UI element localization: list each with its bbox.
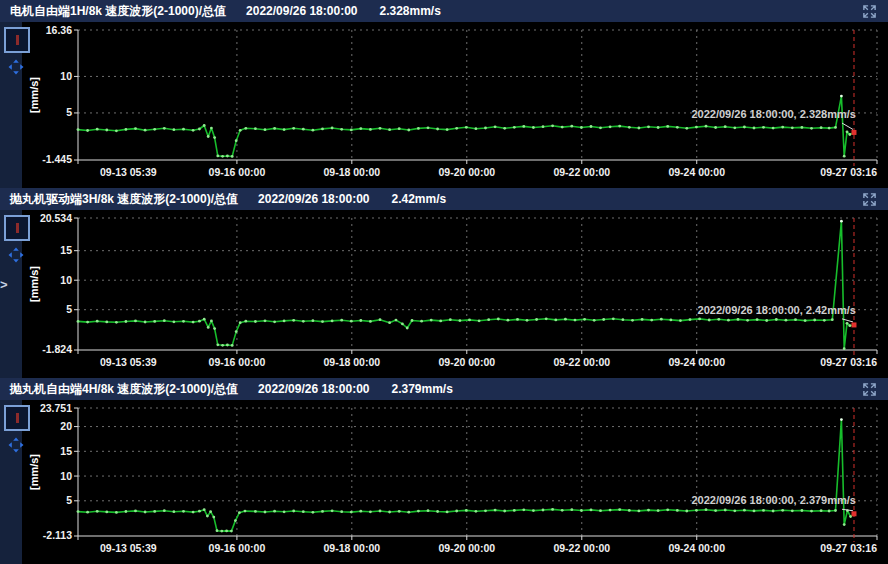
x-tick-label: 09-22 00:00 <box>553 166 610 178</box>
trace-point <box>831 318 834 321</box>
x-tick-label: 09-27 03:16 <box>820 166 877 178</box>
cursor-marker <box>851 130 856 135</box>
trace-point <box>545 317 548 320</box>
trace-point <box>570 125 573 128</box>
thumbnail-tool[interactable] <box>4 27 30 53</box>
trace-point <box>459 319 462 322</box>
trace-point <box>213 136 216 139</box>
trace-point <box>379 510 382 513</box>
trace-point <box>676 126 679 129</box>
trace-point <box>321 128 324 131</box>
trace-point <box>216 155 219 158</box>
trace-point <box>264 128 267 131</box>
trace-point <box>580 126 583 129</box>
trace-point <box>163 127 166 130</box>
y-tick-label: 23.751 <box>40 402 72 414</box>
trace-point <box>753 127 756 130</box>
trace-point <box>465 126 468 129</box>
trace-point <box>657 126 660 129</box>
chart-panel-blaster-drive-end: 抛丸机驱动端3H/8k 速度波形(2-1000)/总值 2022/09/26 1… <box>0 188 888 378</box>
trace-point <box>398 510 401 513</box>
move-icon[interactable] <box>8 59 24 75</box>
trace-point <box>182 510 185 513</box>
x-tick-label: 09-13 05:39 <box>100 542 157 554</box>
trace-point <box>244 320 247 323</box>
x-tick-label: 09-13 05:39 <box>100 166 157 178</box>
thumbnail-tool[interactable] <box>4 215 30 241</box>
x-tick-label: 09-18 00:00 <box>323 542 380 554</box>
thumbnail-marker <box>16 413 19 423</box>
trace-point <box>743 126 746 129</box>
chart-header: 电机自由端1H/8k 速度波形(2-1000)/总值 2022/09/26 18… <box>0 0 888 22</box>
trace-point <box>494 125 497 128</box>
trend-plot[interactable]: 16.36105-1.44509-13 05:3909-16 00:0009-1… <box>22 22 888 188</box>
trace-point <box>526 319 529 322</box>
trace-point <box>198 320 201 323</box>
trace-point <box>650 319 653 322</box>
y-tick-label: 15 <box>60 445 72 457</box>
trace-point <box>810 510 813 513</box>
trace-point <box>144 321 147 324</box>
thumbnail-tool[interactable] <box>4 405 30 431</box>
trace-point <box>840 418 843 421</box>
trace-point <box>273 320 276 323</box>
trace-point <box>207 135 210 138</box>
trace-point <box>828 510 831 513</box>
trace-point <box>801 509 804 512</box>
trend-plot[interactable]: 23.7512015105-2.11309-13 05:3909-16 00:0… <box>22 400 888 564</box>
trace-point <box>369 128 372 131</box>
trace-point <box>302 320 305 323</box>
y-tick-label: 20.534 <box>40 212 72 224</box>
fullscreen-icon[interactable] <box>860 191 878 207</box>
trace-point <box>612 317 615 320</box>
trace-point <box>609 509 612 512</box>
trace-point <box>484 509 487 512</box>
trace-point <box>714 126 717 129</box>
trace-point <box>406 327 409 330</box>
trace-point <box>96 510 99 513</box>
trace-point <box>449 318 452 321</box>
y-tick-label: 20 <box>60 420 72 432</box>
trace-point <box>733 509 736 512</box>
trace-point <box>455 510 458 513</box>
trace-point <box>398 127 401 130</box>
trace-point <box>264 511 267 514</box>
trace-point <box>801 126 804 129</box>
fullscreen-icon[interactable] <box>860 381 878 397</box>
trace-point <box>494 509 497 512</box>
trend-plot[interactable]: 20.53415105-1.82409-13 05:3909-16 00:000… <box>22 210 888 378</box>
trace-point <box>542 509 545 512</box>
cursor-value: 2.379mm/s <box>391 382 452 396</box>
trace-point <box>417 510 420 513</box>
trace-point <box>676 509 679 512</box>
y-tick-label: 5 <box>66 106 72 118</box>
trace-point <box>628 509 631 512</box>
trace-point <box>823 319 826 322</box>
trace-point <box>173 128 176 131</box>
trace-point <box>753 510 756 513</box>
trace-point <box>507 319 510 322</box>
trace-point <box>666 125 669 128</box>
trace-point <box>340 128 343 131</box>
trace-point <box>564 318 567 321</box>
trace-point <box>192 129 195 132</box>
trace-point <box>369 510 372 513</box>
trace-point <box>163 319 166 322</box>
cursor-annotation: 2022/09/26 18:00:00, 2.42mm/s <box>698 304 856 316</box>
trace-point <box>369 320 372 323</box>
thumbnail-marker <box>16 35 19 45</box>
trace-point <box>340 319 343 322</box>
trace-point <box>785 319 788 322</box>
move-icon[interactable] <box>8 437 24 453</box>
move-icon[interactable] <box>8 247 24 263</box>
trace-point <box>105 511 108 514</box>
x-tick-label: 09-22 00:00 <box>553 356 610 368</box>
trace-point <box>522 508 525 511</box>
trace-line <box>78 221 854 349</box>
chart-body: 23.7512015105-2.11309-13 05:3909-16 00:0… <box>0 400 888 564</box>
sidebar-expand-chevron[interactable]: > <box>0 278 8 291</box>
fullscreen-icon[interactable] <box>860 3 878 19</box>
trace-point <box>516 318 519 321</box>
trace-point <box>756 318 759 321</box>
cursor-timestamp: 2022/09/26 18:00:00 <box>258 192 369 206</box>
